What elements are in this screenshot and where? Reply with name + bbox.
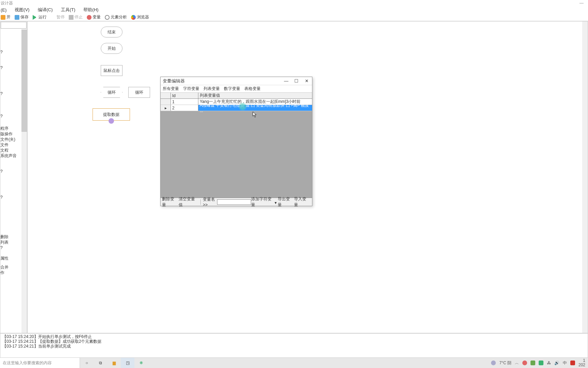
explorer-icon[interactable]: ▆: [107, 358, 121, 368]
tray-wechat-icon[interactable]: [539, 361, 543, 365]
magnifier-icon: [105, 15, 110, 20]
sidebar-search[interactable]: [1, 22, 27, 29]
pause-icon: [51, 15, 55, 20]
col-value[interactable]: 列表变量值: [198, 93, 312, 98]
variable-icon: [87, 15, 92, 20]
cell-value[interactable]: A段峰罝 平安银行宅抵贷 罝 凸 资金周转放款快 凸 ⌐高⌐ 额度 ...: [198, 105, 312, 111]
open-button[interactable]: 开: [1, 14, 11, 20]
tray-chevron-icon[interactable]: ︿: [515, 360, 519, 366]
menu-edit[interactable]: (E): [1, 7, 6, 13]
browser-button[interactable]: 浏览器: [131, 14, 149, 20]
window-minimize[interactable]: —: [578, 1, 585, 5]
window-title: 设计器: [1, 0, 13, 6]
clear-variable-button[interactable]: 清空变量值: [179, 196, 196, 208]
cell-id[interactable]: 2: [171, 105, 198, 111]
toolbar: 开 保存 运行 暂停 停止 变量 元素分析 浏览器: [0, 14, 588, 21]
pause-button[interactable]: 暂停: [51, 14, 65, 20]
cell-id[interactable]: 1: [171, 99, 198, 105]
tab-list-variables[interactable]: 列表变量: [203, 86, 220, 92]
grid-corner: [161, 93, 171, 98]
menu-tool[interactable]: 工具(T): [61, 7, 76, 13]
tab-number-variables[interactable]: 数字变量: [224, 86, 240, 92]
taskbar-search[interactable]: 在这里输入你要搜索的内容: [0, 358, 80, 368]
grid-row-selected[interactable]: ▸ 2 A段峰罝 平安银行宅抵贷 罝 凸 资金周转放款快 凸 ⌐高⌐ 额度 ..…: [161, 105, 312, 111]
flow-node-end[interactable]: 结束: [101, 27, 122, 37]
dropdown-icon[interactable]: ▾: [275, 200, 277, 204]
variable-grid: Id 列表变量值 1 Yang一上午充充忙忙的，跟雨水混在一起[Emm]3小时前…: [161, 93, 312, 198]
dialog-titlebar[interactable]: 变量编辑器 — ☐ ✕: [161, 77, 312, 85]
sogou-icon[interactable]: [570, 361, 575, 365]
tab-all-variables[interactable]: 所有变量: [163, 86, 179, 92]
volume-icon[interactable]: 🔊: [554, 361, 559, 365]
sidebar: ? ? ? ? 程序 版操作 文件(夹) 文件 文程 系统声音 ? ? 删除 列…: [0, 21, 27, 333]
sidebar-scrollbar[interactable]: [21, 29, 27, 333]
window-titlebar: 设计器 —: [0, 0, 588, 6]
dialog-maximize-button[interactable]: ☐: [293, 78, 300, 83]
tray-icon-2[interactable]: [530, 361, 535, 365]
divider: [200, 199, 201, 205]
add-string-variable-button[interactable]: 添加字符变量: [251, 196, 272, 208]
variable-editor-dialog: 变量编辑器 — ☐ ✕ 所有变量 字符变量 列表变量 数字变量 表格变量 Id …: [160, 77, 312, 206]
variable-name-label: 变量名>>: [203, 197, 217, 207]
menu-compile[interactable]: 编译(C): [38, 7, 53, 13]
taskbar-tray: 7°C 阴 ︿ 🖧 🔊 中 1 202: [491, 358, 588, 367]
search-placeholder-text: 在这里输入你要搜索的内容: [3, 360, 52, 366]
stop-button[interactable]: 停止: [69, 14, 83, 20]
chrome-icon: [131, 15, 136, 20]
dialog-minimize-button[interactable]: —: [283, 78, 290, 83]
dialog-tabs: 所有变量 字符变量 列表变量 数字变量 表格变量: [161, 85, 312, 93]
breakpoint-dot-icon: [109, 118, 114, 124]
flow-node-loop1[interactable]: 循环: [101, 87, 122, 98]
flow-node-click[interactable]: 鼠标点击: [101, 65, 122, 76]
cortana-icon[interactable]: ○: [80, 358, 94, 368]
save-button[interactable]: 保存: [15, 14, 29, 20]
tab-string-variables[interactable]: 字符变量: [183, 86, 199, 92]
canvas-scrollbar[interactable]: [582, 21, 588, 333]
grid-header: Id 列表变量值: [161, 93, 312, 99]
network-icon[interactable]: 🖧: [547, 361, 551, 365]
stop-icon: [69, 15, 74, 20]
folder-icon: [1, 15, 5, 20]
weather-icon[interactable]: [491, 361, 496, 365]
variable-button[interactable]: 变量: [87, 14, 101, 20]
clock[interactable]: 1 202: [578, 358, 585, 367]
col-id[interactable]: Id: [171, 93, 198, 98]
menu-help[interactable]: 帮助(H): [83, 7, 98, 13]
save-icon: [15, 15, 19, 20]
element-analysis-button[interactable]: 元素分析: [105, 14, 127, 20]
menubar: (E) 视图(V) 编译(C) 工具(T) 帮助(H): [0, 6, 588, 14]
run-button[interactable]: 运行: [33, 14, 47, 20]
row-marker: [161, 99, 171, 105]
flow-node-start[interactable]: 开始: [101, 43, 122, 54]
play-icon: [33, 15, 37, 20]
export-variable-button[interactable]: 导出变量: [278, 196, 292, 208]
ime-label[interactable]: 中: [563, 360, 567, 366]
variable-name-input[interactable]: [217, 199, 251, 205]
weather-text[interactable]: 7°C 阴: [499, 360, 511, 366]
dialog-close-button[interactable]: ✕: [303, 78, 310, 83]
row-marker-current: ▸: [161, 105, 171, 111]
tray-icon-1[interactable]: [522, 361, 527, 365]
delete-variable-button[interactable]: 删除变量: [162, 196, 176, 208]
dialog-footer: 删除变量 清空变量值 变量名>> 添加字符变量 ▾ 导出变量 导入变量: [161, 198, 312, 206]
flow-node-loop2[interactable]: 循环: [128, 87, 150, 98]
wechat-icon[interactable]: ❋: [134, 358, 148, 368]
dialog-title: 变量编辑器: [163, 78, 185, 84]
import-variable-button[interactable]: 导入变量: [294, 196, 308, 208]
flow-node-extract[interactable]: 提取数据: [93, 108, 130, 121]
taskbar: 在这里输入你要搜索的内容 ○ ⧉ ▆ ◳ ❋ 7°C 阴 ︿ 🖧 🔊 中 1 2…: [0, 358, 588, 368]
tab-table-variables[interactable]: 表格变量: [244, 86, 261, 92]
task-view-icon[interactable]: ⧉: [94, 358, 107, 368]
menu-view[interactable]: 视图(V): [15, 7, 29, 13]
app-icon[interactable]: ◳: [121, 358, 134, 368]
log-panel: 【03-17 15:24:20】开始执行单步测试，按F6停止 【03-17 15…: [0, 333, 588, 358]
